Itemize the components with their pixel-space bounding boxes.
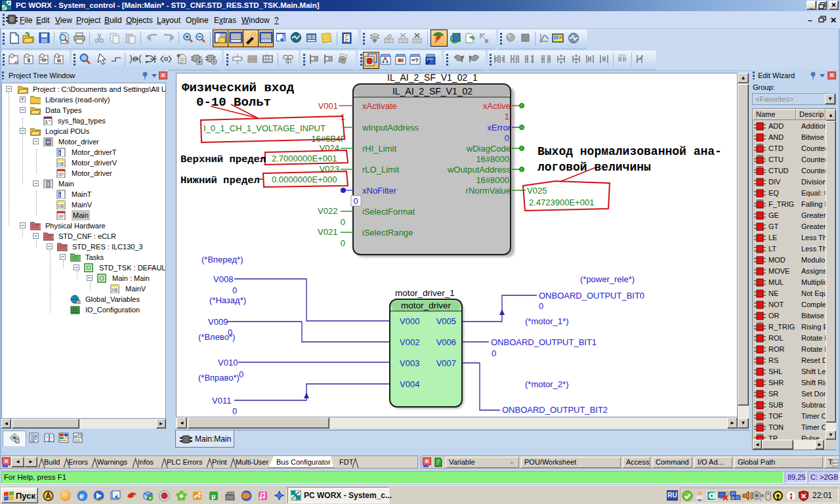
svg-text:ONBOARD_OUTPUT_BIT2: ONBOARD_OUTPUT_BIT2	[502, 405, 608, 415]
svg-text:xActive: xActive	[483, 101, 511, 111]
svg-text:iSelectRange: iSelectRange	[362, 228, 413, 238]
svg-text:iSelectFormat: iSelectFormat	[362, 207, 415, 217]
svg-text:V022: V022	[318, 206, 337, 216]
svg-text:(*Вперед*): (*Вперед*)	[201, 255, 243, 264]
svg-text:1: 1	[505, 112, 509, 121]
svg-text:0: 0	[539, 301, 543, 311]
svg-text:V025: V025	[527, 186, 547, 196]
svg-text:i: i	[59, 150, 61, 156]
svg-text:16#8000: 16#8000	[476, 175, 509, 185]
svg-text:V004: V004	[400, 379, 419, 389]
svg-text:wDiagCode: wDiagCode	[466, 144, 511, 154]
svg-text:V006: V006	[436, 337, 456, 347]
svg-text:×: ×	[761, 492, 765, 499]
svg-text:V010: V010	[218, 358, 238, 368]
svg-text:0: 0	[341, 238, 345, 248]
svg-text:V002: V002	[400, 337, 419, 347]
svg-text:motor_driver_1: motor_driver_1	[395, 288, 455, 298]
svg-text:IL_AI_2_SF_V1_02_1: IL_AI_2_SF_V1_02_1	[387, 74, 478, 83]
svg-text:2.4723900E+001: 2.4723900E+001	[529, 198, 594, 207]
svg-text:e: e	[79, 492, 84, 501]
svg-text:(*Назад*): (*Назад*)	[209, 295, 246, 305]
svg-text:V008: V008	[213, 274, 233, 284]
svg-text:0: 0	[505, 133, 509, 143]
svg-text:xActivate: xActivate	[362, 101, 397, 111]
svg-text:Нижний предел: Нижний предел	[180, 175, 260, 186]
svg-text:Физический вход: Физический вход	[182, 81, 294, 95]
svg-text:rNormValue: rNormValue	[466, 186, 511, 196]
svg-text:V021: V021	[318, 227, 337, 237]
svg-text:0: 0	[232, 406, 237, 416]
svg-text:0.0000000E+000: 0.0000000E+000	[272, 175, 337, 184]
svg-text:2.7000000E+001: 2.7000000E+001	[272, 154, 337, 163]
svg-text:(*Вправо*): (*Вправо*)	[198, 373, 240, 383]
svg-text:(*motor_1*): (*motor_1*)	[525, 316, 568, 326]
svg-text:ONBOARD_OUTPUT_BIT1: ONBOARD_OUTPUT_BIT1	[491, 337, 597, 347]
svg-text:0: 0	[74, 434, 77, 440]
svg-text:0: 0	[353, 196, 358, 206]
svg-text:(*motor_2*): (*motor_2*)	[525, 379, 568, 389]
svg-text:0: 0	[239, 369, 243, 379]
svg-text:i: i	[59, 192, 61, 198]
svg-text:xNoFilter: xNoFilter	[362, 186, 397, 196]
svg-text:motor_driver: motor_driver	[401, 301, 451, 310]
svg-text:V005: V005	[436, 316, 456, 326]
svg-text:(*Влево*): (*Влево*)	[198, 332, 235, 342]
svg-text:V009: V009	[208, 317, 228, 327]
svg-text:V003: V003	[400, 358, 419, 368]
svg-text:=?: =?	[411, 57, 419, 64]
svg-text:0-10 Вольт: 0-10 Вольт	[196, 95, 271, 110]
svg-text:логовой величины: логовой величины	[537, 161, 651, 174]
svg-text:V001: V001	[318, 101, 338, 111]
svg-text:16#8000: 16#8000	[476, 154, 509, 164]
svg-text:rHI_Limit: rHI_Limit	[362, 144, 396, 154]
svg-text:0: 0	[492, 348, 496, 358]
svg-text:Выход нормализованной ана-: Выход нормализованной ана-	[537, 145, 722, 158]
svg-text:I_0_1_CH_1_VOLTAGE_INPUT: I_0_1_CH_1_VOLTAGE_INPUT	[203, 123, 326, 133]
svg-text:wOutputAddress: wOutputAddress	[447, 165, 511, 175]
svg-text:IL_AI_2_SF_V1_02: IL_AI_2_SF_V1_02	[392, 86, 472, 96]
svg-text:V000: V000	[400, 316, 419, 326]
svg-text:0: 0	[232, 285, 237, 295]
svg-text:0: 0	[341, 217, 345, 227]
svg-text:Верхний предел: Верхний предел	[180, 154, 266, 165]
svg-text:rLO_Limit: rLO_Limit	[362, 165, 400, 175]
svg-text:(*power_rele*): (*power_rele*)	[580, 274, 635, 284]
svg-text:V011: V011	[212, 396, 231, 406]
svg-text:ONBOARD_OUTPUT_BIT0: ONBOARD_OUTPUT_BIT0	[539, 291, 644, 301]
svg-text:wInputAddress: wInputAddress	[362, 123, 419, 133]
svg-text:V007: V007	[436, 358, 456, 368]
svg-text:µ: µ	[211, 492, 215, 500]
svg-text:xError: xError	[488, 123, 511, 133]
